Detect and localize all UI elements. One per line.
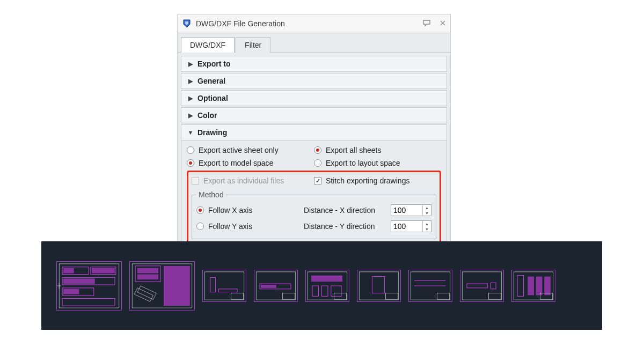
label-stitch-exporting: Stitch exporting drawings [326,176,409,185]
chevron-right-icon: ▶ [187,61,194,68]
svg-rect-26 [311,275,342,282]
spinner-dist-y[interactable]: ▲▼ [391,220,431,232]
drawing-sheet [129,261,195,311]
input-dist-x[interactable] [391,205,422,216]
app-icon [182,19,192,28]
svg-rect-6 [63,278,95,284]
chevron-right-icon: ▶ [187,95,194,102]
spin-down-icon[interactable]: ▼ [423,210,431,216]
svg-rect-18 [210,277,216,292]
radio-export-model-space[interactable] [187,159,194,167]
cad-preview-strip [41,241,602,330]
svg-rect-27 [312,286,319,296]
close-icon[interactable] [438,19,447,29]
drawing-sheet [254,270,298,302]
checkbox-export-individual [192,177,199,184]
drawing-sheet [460,270,504,302]
highlight-box: Export as individual files Stitch export… [187,171,441,245]
svg-rect-24 [283,293,295,299]
dialog-panel: ▶ Export to ▶ General ▶ Optional ▶ Color… [178,52,450,255]
method-legend: Method [196,190,226,199]
section-label: Drawing [197,128,227,137]
chevron-right-icon: ▶ [187,78,194,85]
tab-dwgdxf[interactable]: DWG/DXF [181,37,235,53]
section-label: Export to [197,60,230,68]
drawing-sheet [408,270,452,302]
svg-rect-19 [218,289,237,292]
drawing-sheet [56,261,122,311]
label-export-all-sheets: Export all sheets [326,146,382,154]
label-export-layout-space: Export to layout space [326,159,400,167]
svg-rect-4 [92,268,115,273]
label-export-active-sheet: Export active sheet only [199,146,279,154]
checkbox-stitch-exporting[interactable] [314,177,321,184]
label-follow-y: Follow Y axis [208,222,252,231]
radio-follow-y[interactable] [196,223,204,230]
dwg-dxf-dialog: DWG/DXF File Generation DWG/DXF Filter ▶… [177,14,451,256]
svg-rect-41 [489,293,501,299]
section-export-to[interactable]: ▶ Export to [181,56,447,72]
spin-up-icon[interactable]: ▲ [423,205,431,210]
drawing-sheet [357,270,401,302]
section-label: Optional [197,94,228,102]
svg-rect-31 [359,271,398,299]
svg-rect-28 [321,286,328,296]
svg-rect-45 [536,276,543,295]
tab-filter[interactable]: Filter [236,37,270,53]
tab-strip: DWG/DXF Filter [178,33,450,52]
section-label: General [197,77,225,85]
svg-rect-33 [386,293,398,299]
svg-rect-8 [63,289,79,294]
section-color[interactable]: ▶ Color [181,107,447,123]
drawing-sheet [305,270,349,302]
label-export-individual: Export as individual files [203,176,284,185]
svg-rect-23 [261,285,276,288]
label-export-model-space: Export to model space [199,159,273,167]
section-optional[interactable]: ▶ Optional [181,90,447,106]
svg-rect-44 [528,276,534,295]
svg-rect-2 [63,268,74,273]
svg-rect-14 [137,268,158,273]
svg-rect-16 [164,265,190,305]
svg-rect-43 [517,275,524,296]
feedback-icon[interactable] [422,19,431,29]
svg-rect-40 [491,283,496,289]
label-follow-x: Follow X axis [208,206,252,215]
section-label: Color [197,111,217,120]
section-drawing[interactable]: ▼ Drawing [181,124,447,141]
chevron-right-icon: ▶ [187,112,194,119]
radio-export-active-sheet[interactable] [187,146,194,154]
svg-rect-46 [544,276,551,295]
svg-rect-32 [372,276,384,293]
radio-export-layout-space[interactable] [314,159,321,167]
svg-rect-15 [137,274,158,279]
method-group: Method Follow X axis Distance - X direct… [192,190,436,239]
spinner-dist-x[interactable]: ▲▼ [391,204,431,216]
label-dist-x: Distance - X direction [304,206,391,215]
svg-rect-20 [231,293,244,299]
dialog-titlebar: DWG/DXF File Generation [178,14,450,33]
label-dist-y: Distance - Y direction [304,222,391,231]
drawing-body: Export active sheet only Export all shee… [181,141,447,251]
svg-rect-39 [467,284,488,288]
spin-down-icon[interactable]: ▼ [423,226,431,232]
svg-rect-37 [437,293,450,299]
drawing-sheet [511,270,555,302]
svg-rect-29 [331,286,341,296]
radio-export-all-sheets[interactable] [314,146,321,154]
svg-rect-9 [62,298,115,306]
drawing-sheet [202,270,246,302]
section-general[interactable]: ▶ General [181,73,447,89]
dialog-title: DWG/DXF File Generation [196,19,422,28]
chevron-down-icon: ▼ [187,129,194,136]
input-dist-y[interactable] [391,221,422,232]
radio-follow-x[interactable] [196,206,204,214]
spin-up-icon[interactable]: ▲ [423,221,431,226]
